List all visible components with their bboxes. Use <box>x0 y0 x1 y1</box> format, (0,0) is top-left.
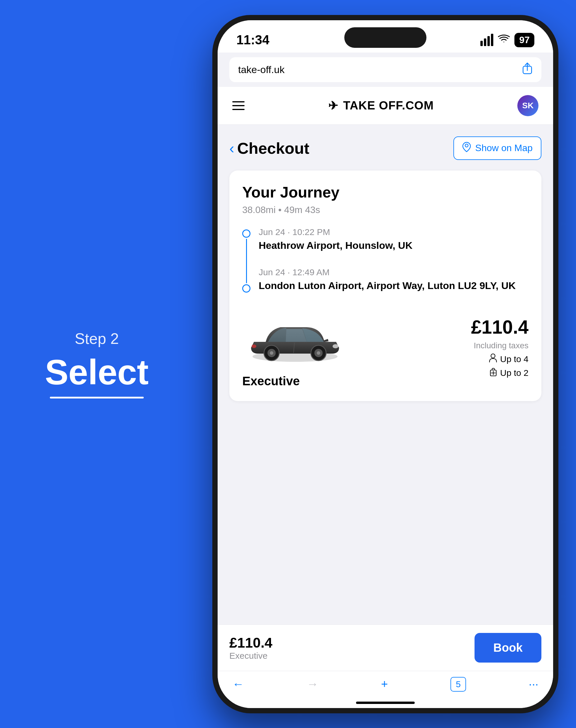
dynamic-island <box>344 27 426 48</box>
route-container: Jun 24 · 10:22 PM Heathrow Airport, Houn… <box>242 227 528 293</box>
stop-name-destination: London Luton Airport, Airport Way, Luton… <box>259 279 528 292</box>
phone-shell: 11:34 <box>212 15 558 713</box>
browser-bar: take-off.uk <box>218 53 553 87</box>
plane-icon: ✈ <box>328 99 339 112</box>
menu-button[interactable] <box>232 101 244 110</box>
passenger-count: Up to 4 <box>500 354 528 364</box>
stop-name-origin: Heathrow Airport, Hounslow, UK <box>259 239 528 252</box>
browser-nav: ← → + 5 ··· <box>218 671 553 698</box>
vehicle-image <box>242 307 348 371</box>
journey-title: Your Journey <box>242 184 528 201</box>
user-avatar[interactable]: SK <box>517 95 539 116</box>
vehicle-name: Executive <box>242 374 300 388</box>
url-text: take-off.uk <box>238 64 285 76</box>
phone-screen: 11:34 <box>218 20 553 708</box>
bottom-vehicle-type: Executive <box>229 651 272 661</box>
svg-point-11 <box>252 344 256 348</box>
svg-point-6 <box>317 351 320 355</box>
url-bar[interactable]: take-off.uk <box>229 57 541 82</box>
status-icons: 97 <box>480 33 535 47</box>
page-header: ‹ Checkout Show on Map <box>229 136 541 160</box>
route-stops: Jun 24 · 10:22 PM Heathrow Airport, Houn… <box>259 227 528 293</box>
browser-forward-button[interactable]: → <box>307 677 318 691</box>
bottom-price: £110.4 <box>229 635 272 651</box>
wifi-icon <box>498 34 510 46</box>
journey-duration: 49m 43s <box>284 204 320 215</box>
svg-point-13 <box>491 354 495 358</box>
status-time: 11:34 <box>236 33 269 47</box>
page-title: Checkout <box>237 139 309 157</box>
browser-tabs-button[interactable]: 5 <box>451 677 466 692</box>
browser-more-button[interactable]: ··· <box>529 677 539 691</box>
luggage-capacity: Up to 2 <box>489 367 528 379</box>
journey-distance: 38.08mi <box>242 204 276 215</box>
brand-logo: ✈ TAKE OFF.COM <box>328 99 434 112</box>
meta-separator: • <box>278 204 284 215</box>
main-content: ‹ Checkout Show on Map <box>218 125 553 624</box>
vehicle-price: £110.4 <box>471 316 528 338</box>
luggage-icon <box>489 367 497 379</box>
select-heading: Select <box>45 355 149 390</box>
brand-name: TAKE OFF.COM <box>343 99 434 112</box>
route-segment <box>246 239 247 283</box>
phone-device: 11:34 <box>212 15 558 713</box>
svg-point-9 <box>270 351 273 355</box>
stop-time-destination: Jun 24 · 12:49 AM <box>259 267 528 277</box>
show-on-map-label: Show on Map <box>475 143 532 153</box>
underline-decoration <box>50 397 144 398</box>
bottom-booking-bar: £110.4 Executive Book <box>218 624 553 671</box>
battery-icon: 97 <box>514 33 535 47</box>
vehicle-capacity: Up to 4 <box>489 353 528 379</box>
signal-icon <box>480 34 493 46</box>
app-header: ✈ TAKE OFF.COM SK <box>218 87 553 125</box>
stop-time-origin: Jun 24 · 10:22 PM <box>259 227 528 237</box>
luggage-count: Up to 2 <box>500 368 528 378</box>
journey-meta: 38.08mi • 49m 43s <box>242 204 528 215</box>
book-button[interactable]: Book <box>474 633 541 663</box>
left-panel: Step 2 Select <box>0 0 194 728</box>
journey-card: Your Journey 38.08mi • 49m 43s <box>229 170 541 401</box>
price-note: Including taxes <box>473 341 528 351</box>
route-stop-origin: Jun 24 · 10:22 PM Heathrow Airport, Houn… <box>259 227 528 252</box>
browser-add-tab-button[interactable]: + <box>381 677 388 691</box>
vehicle-section: Executive £110.4 Including taxes <box>242 307 528 388</box>
avatar-initials: SK <box>522 101 534 110</box>
home-indicator <box>218 698 553 708</box>
vehicle-info: £110.4 Including taxes <box>471 316 528 379</box>
show-on-map-button[interactable]: Show on Map <box>453 136 541 160</box>
back-section: ‹ Checkout <box>229 139 309 157</box>
passenger-capacity: Up to 4 <box>489 353 528 365</box>
passenger-icon <box>489 353 497 365</box>
share-icon[interactable] <box>522 62 532 77</box>
back-button[interactable]: ‹ <box>229 140 234 157</box>
bottom-price-section: £110.4 Executive <box>229 635 272 661</box>
route-stop-destination: Jun 24 · 12:49 AM London Luton Airport, … <box>259 267 528 292</box>
route-dot-top <box>242 229 251 238</box>
browser-back-button[interactable]: ← <box>232 677 244 691</box>
map-pin-icon <box>462 142 471 155</box>
svg-point-10 <box>333 344 339 348</box>
svg-point-2 <box>465 144 468 147</box>
route-dot-bottom <box>242 284 251 292</box>
route-line <box>242 227 251 293</box>
home-bar <box>356 702 415 704</box>
step-label: Step 2 <box>75 330 119 347</box>
